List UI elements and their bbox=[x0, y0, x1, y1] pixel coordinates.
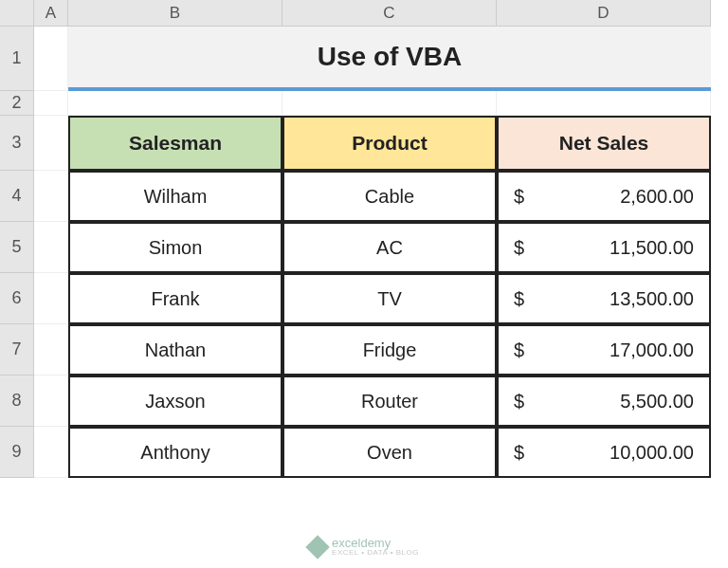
cell-product[interactable]: Router bbox=[282, 376, 497, 427]
page-title[interactable]: Use of VBA bbox=[68, 27, 711, 91]
cell-a1[interactable] bbox=[34, 27, 68, 91]
cell-netsales[interactable]: $2,600.00 bbox=[497, 171, 711, 222]
cell-product[interactable]: TV bbox=[282, 273, 497, 324]
cell-a4[interactable] bbox=[34, 171, 68, 222]
header-netsales[interactable]: Net Sales bbox=[497, 116, 711, 171]
spreadsheet-grid[interactable]: A B C D 1 2 3 4 5 6 7 8 9 Use of VBA Sal… bbox=[0, 0, 728, 478]
cell-netsales[interactable]: $11,500.00 bbox=[497, 222, 711, 273]
cell-product[interactable]: Fridge bbox=[282, 324, 497, 376]
currency-symbol: $ bbox=[514, 339, 524, 361]
cell-netsales[interactable]: $17,000.00 bbox=[497, 324, 711, 376]
cell-netsales[interactable]: $10,000.00 bbox=[497, 427, 711, 478]
cell-salesman[interactable]: Nathan bbox=[68, 324, 282, 376]
cell-salesman[interactable]: Frank bbox=[68, 273, 282, 324]
cell-salesman[interactable]: Jaxson bbox=[68, 376, 282, 427]
amount: 2,600.00 bbox=[620, 186, 694, 208]
cell-a7[interactable] bbox=[34, 324, 68, 376]
watermark-sub: EXCEL • DATA • BLOG bbox=[332, 549, 419, 557]
col-head-d[interactable]: D bbox=[497, 0, 711, 27]
cell-b3[interactable] bbox=[68, 91, 282, 116]
amount: 17,000.00 bbox=[610, 339, 694, 361]
watermark: exceldemy EXCEL • DATA • BLOG bbox=[309, 537, 419, 557]
select-all-corner[interactable] bbox=[0, 0, 34, 27]
row-head-6[interactable]: 6 bbox=[0, 273, 34, 324]
row-head-4[interactable]: 4 bbox=[0, 171, 34, 222]
row-head-3[interactable]: 3 bbox=[0, 116, 34, 171]
cell-c3[interactable] bbox=[282, 91, 497, 116]
currency-symbol: $ bbox=[514, 186, 524, 208]
amount: 11,500.00 bbox=[610, 237, 694, 259]
watermark-logo-icon bbox=[305, 535, 329, 559]
currency-symbol: $ bbox=[514, 442, 524, 464]
row-head-5[interactable]: 5 bbox=[0, 222, 34, 273]
cell-product[interactable]: AC bbox=[282, 222, 497, 273]
cell-d3[interactable] bbox=[497, 91, 711, 116]
cell-a8[interactable] bbox=[34, 376, 68, 427]
currency-symbol: $ bbox=[514, 288, 524, 310]
cell-salesman[interactable]: Wilham bbox=[68, 171, 282, 222]
cell-a5[interactable] bbox=[34, 222, 68, 273]
row-head-1[interactable]: 1 bbox=[0, 27, 34, 91]
cell-salesman[interactable]: Anthony bbox=[68, 427, 282, 478]
cell-product[interactable]: Cable bbox=[282, 171, 497, 222]
col-head-c[interactable]: C bbox=[282, 0, 497, 27]
cell-salesman[interactable]: Simon bbox=[68, 222, 282, 273]
cell-a3[interactable] bbox=[34, 116, 68, 171]
row-head-7[interactable]: 7 bbox=[0, 324, 34, 376]
currency-symbol: $ bbox=[514, 237, 524, 259]
header-product[interactable]: Product bbox=[282, 116, 497, 171]
col-head-b[interactable]: B bbox=[68, 0, 282, 27]
row-head-9[interactable]: 9 bbox=[0, 427, 34, 478]
row-head-8[interactable]: 8 bbox=[0, 376, 34, 427]
cell-a9[interactable] bbox=[34, 427, 68, 478]
amount: 13,500.00 bbox=[610, 288, 694, 310]
header-salesman[interactable]: Salesman bbox=[68, 116, 282, 171]
row-head-2[interactable]: 2 bbox=[0, 91, 34, 116]
cell-a2[interactable] bbox=[34, 91, 68, 116]
col-head-a[interactable]: A bbox=[34, 0, 68, 27]
currency-symbol: $ bbox=[514, 391, 524, 412]
amount: 10,000.00 bbox=[610, 442, 694, 464]
cell-a6[interactable] bbox=[34, 273, 68, 324]
amount: 5,500.00 bbox=[620, 391, 694, 412]
cell-netsales[interactable]: $5,500.00 bbox=[497, 376, 711, 427]
cell-product[interactable]: Oven bbox=[282, 427, 497, 478]
cell-netsales[interactable]: $13,500.00 bbox=[497, 273, 711, 324]
